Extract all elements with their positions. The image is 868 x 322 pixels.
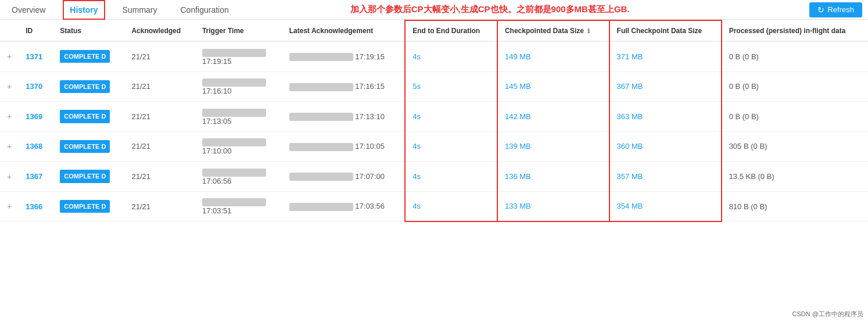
table-row: + 1368 COMPLETE D 21/21 17:10:00 17:10:0…: [0, 131, 868, 162]
e2e-duration-cell: 4s: [405, 162, 497, 192]
processed-cell: 13.5 KB (0 B): [722, 162, 868, 192]
latest-ack-blurred: [289, 173, 353, 181]
tab-history[interactable]: History: [63, 0, 105, 20]
full-cp-size-cell: 371 MB: [609, 41, 722, 71]
status-cell: COMPLETE D: [53, 191, 124, 221]
latest-ack-cell: 17:10:05: [282, 131, 406, 162]
expand-cell[interactable]: +: [0, 191, 19, 221]
trigger-date-blurred: [202, 78, 266, 87]
col-latest-ack: Latest Acknowledgement: [282, 20, 406, 41]
processed-value: 305 B (0 B): [729, 142, 767, 151]
table-row: + 1369 COMPLETE D 21/21 17:13:05 17:13:1…: [0, 102, 868, 132]
id-cell: 1367: [19, 162, 53, 192]
full-cp-value: 360 MB: [617, 142, 643, 151]
processed-cell: 0 B (0 B): [722, 71, 868, 102]
expand-cell[interactable]: +: [0, 102, 19, 132]
trigger-time-cell: 17:19:15: [195, 41, 282, 71]
expand-icon[interactable]: +: [7, 142, 12, 151]
trigger-time-cell: 17:16:10: [195, 71, 282, 102]
trigger-time-cell: 17:10:00: [195, 131, 282, 162]
history-table: ID Status Acknowledged Trigger Time Late…: [0, 20, 868, 222]
cp-size-value: 142 MB: [505, 112, 531, 121]
tab-overview[interactable]: Overview: [6, 0, 51, 20]
cp-size-cell: 133 MB: [497, 191, 609, 221]
processed-cell: 0 B (0 B): [722, 102, 868, 132]
col-cp-data-size: Checkpointed Data Size ℹ: [497, 20, 609, 41]
cp-size-cell: 142 MB: [497, 102, 609, 132]
full-cp-value: 354 MB: [617, 202, 643, 210]
processed-value: 810 B (0 B): [729, 202, 767, 211]
expand-cell[interactable]: +: [0, 162, 19, 192]
e2e-value: 4s: [413, 112, 421, 121]
cp-size-value: 149 MB: [505, 52, 531, 61]
e2e-value: 4s: [413, 142, 421, 151]
status-cell: COMPLETE D: [53, 162, 124, 192]
processed-value: 13.5 KB (0 B): [729, 172, 774, 181]
processed-cell: 0 B (0 B): [722, 41, 868, 71]
acknowledged-cell: 21/21: [124, 41, 195, 71]
processed-cell: 305 B (0 B): [722, 131, 868, 162]
latest-ack-cell: 17:19:15: [282, 41, 406, 71]
cp-size-cell: 145 MB: [497, 71, 609, 102]
tab-summary[interactable]: Summary: [117, 0, 163, 20]
e2e-value: 4s: [413, 172, 421, 181]
status-badge: COMPLETE D: [60, 170, 110, 183]
col-status: Status: [53, 20, 124, 41]
processed-value: 0 B (0 B): [729, 112, 759, 121]
col-expand: [0, 20, 19, 41]
status-cell: COMPLETE D: [53, 71, 124, 102]
expand-cell[interactable]: +: [0, 41, 19, 71]
e2e-value: 4s: [413, 202, 421, 210]
expand-cell[interactable]: +: [0, 131, 19, 162]
cp-size-value: 136 MB: [505, 172, 531, 181]
col-acknowledged: Acknowledged: [124, 20, 195, 41]
acknowledged-cell: 21/21: [124, 162, 195, 192]
acknowledged-cell: 21/21: [124, 131, 195, 162]
trigger-date-blurred: [202, 49, 266, 57]
trigger-time-cell: 17:13:05: [195, 102, 282, 132]
table-row: + 1366 COMPLETE D 21/21 17:03:51 17:03:5…: [0, 191, 868, 221]
full-cp-value: 367 MB: [617, 82, 643, 91]
expand-icon[interactable]: +: [7, 172, 12, 181]
refresh-label: Refresh: [827, 5, 854, 14]
full-cp-size-cell: 367 MB: [609, 71, 722, 102]
full-cp-value: 357 MB: [617, 172, 643, 181]
col-processed: Processed (persisted) in-flight data: [722, 20, 868, 41]
col-full-cp-size: Full Checkpoint Data Size: [609, 20, 722, 41]
full-cp-size-cell: 354 MB: [609, 191, 722, 221]
e2e-value: 4s: [413, 52, 421, 61]
full-cp-size-cell: 357 MB: [609, 162, 722, 192]
status-badge: COMPLETE D: [60, 110, 110, 123]
refresh-button[interactable]: ↻ Refresh: [809, 2, 862, 17]
watermark: CSDN @工作中的程序员: [792, 310, 863, 319]
cp-size-value: 133 MB: [505, 202, 531, 210]
status-badge: COMPLETE D: [60, 80, 110, 93]
trigger-time-cell: 17:03:51: [195, 191, 282, 221]
cp-size-value: 139 MB: [505, 142, 531, 151]
status-cell: COMPLETE D: [53, 41, 124, 71]
id-cell: 1370: [19, 71, 53, 102]
trigger-date-blurred: [202, 198, 266, 206]
expand-icon[interactable]: +: [7, 52, 12, 61]
acknowledged-cell: 21/21: [124, 71, 195, 102]
e2e-duration-cell: 4s: [405, 41, 497, 71]
col-id: ID: [19, 20, 53, 41]
expand-icon[interactable]: +: [7, 112, 12, 121]
e2e-duration-cell: 4s: [405, 102, 497, 132]
e2e-value: 5s: [413, 82, 421, 91]
expand-cell[interactable]: +: [0, 71, 19, 102]
latest-ack-blurred: [289, 203, 353, 211]
trigger-date-blurred: [202, 169, 266, 177]
trigger-time-cell: 17:06:56: [195, 162, 282, 192]
acknowledged-cell: 21/21: [124, 191, 195, 221]
latest-ack-cell: 17:07:00: [282, 162, 406, 192]
status-badge: COMPLETE D: [60, 50, 110, 63]
col-e2e-duration: End to End Duration: [405, 20, 497, 41]
latest-ack-blurred: [289, 113, 353, 121]
e2e-duration-cell: 5s: [405, 71, 497, 102]
cp-size-cell: 139 MB: [497, 131, 609, 162]
processed-cell: 810 B (0 B): [722, 191, 868, 221]
expand-icon[interactable]: +: [7, 202, 12, 211]
tab-configuration[interactable]: Configuration: [175, 0, 235, 20]
expand-icon[interactable]: +: [7, 82, 12, 91]
